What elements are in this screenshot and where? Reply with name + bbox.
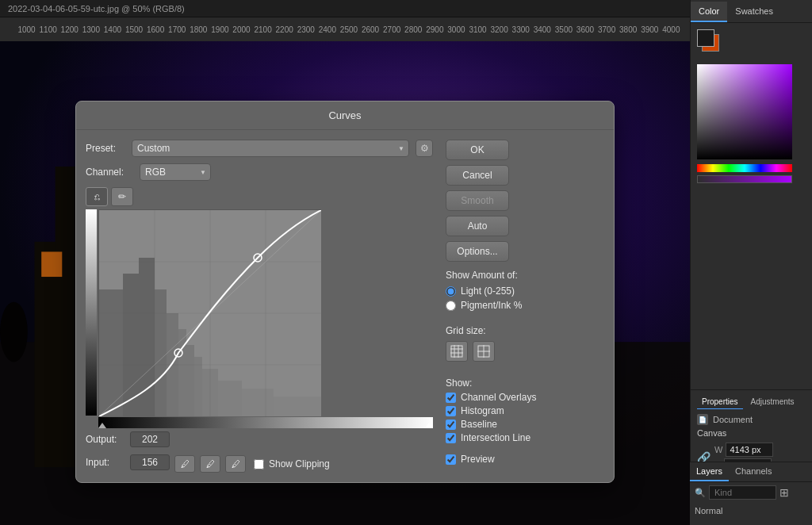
document-row: 📄 Document (697, 414, 806, 425)
radio-pigment[interactable] (446, 301, 456, 311)
dialog-title: Curves (76, 102, 614, 130)
svg-rect-26 (202, 369, 218, 416)
channel-overlays-label: Channel Overlays (461, 392, 536, 403)
color-hue-bar[interactable] (697, 164, 792, 172)
input-row: Input: 🖊 🖊 🖊 Show Clipping (86, 452, 433, 473)
svg-rect-25 (194, 357, 202, 416)
gradient-bar-left (86, 209, 97, 416)
baseline-checkbox[interactable] (446, 420, 456, 430)
highlight-handle[interactable] (425, 423, 433, 428)
canvas-header: Canvas (697, 428, 806, 438)
grid-small-button[interactable] (446, 341, 468, 362)
normal-mode-label: Normal (690, 503, 812, 519)
bottom-tabs-panel: Layers Channels 🔍 ⊞ Normal (690, 462, 812, 525)
radio-light-row: Light (0-255) (446, 285, 604, 297)
grid-size-label: Grid size: (446, 325, 604, 336)
canvas-label: Canvas (697, 428, 726, 438)
eyedropper-gray-button[interactable]: 🖊 (200, 455, 220, 473)
preset-label: Preset: (86, 143, 125, 154)
input-label: Input: (86, 457, 125, 468)
intersection-line-row: Intersection Line (446, 432, 604, 443)
document-label: Document (713, 415, 753, 424)
tab-swatches[interactable]: Swatches (727, 2, 781, 22)
intersection-line-label: Intersection Line (461, 432, 530, 443)
app-title-bar: 2022-03-04-06-05-59-utc.jpg @ 50% (RGB/8… (0, 0, 690, 17)
preset-select[interactable]: Custom Default Strong Contrast Linear Co… (132, 140, 409, 157)
output-field[interactable] (130, 431, 170, 447)
output-row: Output: (86, 431, 433, 447)
curves-dialog: Curves Preset: Custom Default Strong Con… (75, 101, 615, 483)
fg-color-swatch[interactable] (697, 29, 714, 47)
tab-color[interactable]: Color (691, 2, 727, 22)
curve-tool-pencil-button[interactable]: ✏ (111, 187, 133, 206)
eyedropper-black-button[interactable]: 🖊 (174, 455, 195, 473)
layers-channels-tabs: Layers Channels (690, 462, 812, 482)
color-swatches-tabs: Color Swatches (691, 0, 812, 23)
search-icon: 🔍 (695, 488, 706, 498)
channel-select-wrapper: RGB Red Green Blue (140, 163, 211, 181)
dialog-left: Preset: Custom Default Strong Contrast L… (86, 140, 433, 473)
light-label: Light (0-255) (461, 285, 515, 297)
smooth-button[interactable]: Smooth (446, 190, 509, 211)
show-amount-section: Show Amount of: Light (0-255) Pigment/In… (446, 270, 604, 314)
preview-label: Preview (461, 454, 495, 465)
input-field[interactable] (130, 454, 170, 470)
shadow-handle[interactable] (98, 423, 106, 428)
svg-rect-21 (155, 289, 167, 416)
action-buttons: OK Cancel Smooth Auto Options... (446, 140, 604, 262)
auto-button[interactable]: Auto (446, 216, 509, 236)
grid-size-buttons (446, 341, 604, 362)
output-label: Output: (86, 434, 125, 445)
color-picker-area (691, 23, 812, 389)
properties-tabs: Properties Adjustments (697, 395, 806, 409)
svg-rect-28 (242, 389, 274, 416)
show-clipping-label: Show Clipping (269, 458, 330, 469)
cancel-button[interactable]: Cancel (446, 165, 509, 186)
baseline-label: Baseline (461, 419, 497, 430)
tab-channels[interactable]: Channels (729, 462, 778, 481)
channel-overlays-row: Channel Overlays (446, 392, 604, 403)
width-row: W (714, 443, 773, 457)
graph-wrapper (98, 209, 433, 428)
layers-search-bar: 🔍 ⊞ (690, 482, 812, 503)
layers-search-input[interactable] (709, 485, 776, 500)
preset-gear-button[interactable]: ⚙ (416, 140, 433, 157)
curve-tool-smooth-button[interactable]: ⎌ (86, 187, 108, 206)
show-clipping-checkbox[interactable] (254, 459, 264, 469)
curve-tools: ⎌ ✏ (86, 187, 433, 206)
app-title: 2022-03-04-06-05-59-utc.jpg @ 50% (RGB/8… (8, 4, 185, 13)
preset-row: Preset: Custom Default Strong Contrast L… (86, 140, 433, 157)
svg-rect-24 (186, 345, 194, 416)
color-alpha-bar[interactable] (697, 175, 792, 183)
histogram-checkbox[interactable] (446, 406, 456, 416)
grid-large-button[interactable] (473, 341, 495, 362)
channel-label: Channel: (86, 167, 133, 178)
ok-button[interactable]: OK (446, 140, 509, 160)
gradient-bar-bottom (98, 417, 433, 428)
ruler-numbers: 1000 1100 1200 1300 1400 1500 1600 1700 … (8, 25, 690, 34)
show-section: Show: Channel Overlays Histogram Baselin… (446, 377, 604, 446)
width-field[interactable] (726, 443, 773, 457)
tab-layers[interactable]: Layers (690, 462, 729, 481)
eyedropper-row: 🖊 🖊 🖊 Show Clipping (174, 455, 330, 473)
curves-graph[interactable] (98, 209, 320, 416)
channel-row: Channel: RGB Red Green Blue (86, 163, 433, 181)
preview-checkbox[interactable] (446, 454, 456, 465)
intersection-line-checkbox[interactable] (446, 433, 456, 443)
channel-select[interactable]: RGB Red Green Blue (140, 163, 211, 181)
fg-bg-swatches (697, 29, 726, 58)
svg-rect-29 (274, 397, 321, 416)
svg-rect-37 (451, 346, 462, 357)
svg-rect-27 (218, 381, 242, 416)
histogram-row: Histogram (446, 405, 604, 416)
color-gradient-box[interactable] (697, 64, 792, 159)
tab-properties[interactable]: Properties (697, 395, 743, 409)
svg-rect-19 (123, 274, 139, 416)
tab-adjustments[interactable]: Adjustments (746, 395, 799, 409)
svg-rect-23 (178, 329, 186, 416)
options-button[interactable]: Options... (446, 241, 509, 262)
eyedropper-white-button[interactable]: 🖊 (225, 455, 246, 473)
radio-light[interactable] (446, 286, 456, 297)
channel-overlays-checkbox[interactable] (446, 393, 456, 403)
grid-size-section: Grid size: (446, 322, 604, 366)
